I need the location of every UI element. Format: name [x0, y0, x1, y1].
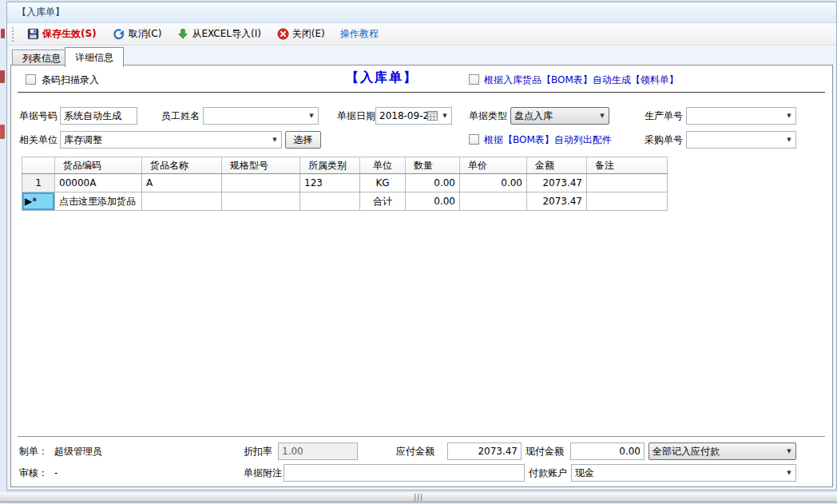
auditor-value: - — [54, 464, 58, 482]
chevron-down-icon: ▼ — [305, 113, 318, 119]
empty-cell — [460, 192, 527, 211]
doc-type-select[interactable]: 盘点入库 ▼ — [510, 107, 609, 125]
tab-detail-info-label: 详细信息 — [75, 51, 113, 65]
chevron-down-icon: ▼ — [268, 137, 281, 143]
save-button-label: 保存生效(S) — [42, 27, 97, 41]
floppy-disk-icon — [27, 28, 39, 40]
tutorial-link[interactable]: 操作教程 — [337, 26, 382, 42]
employee-select[interactable]: ▼ — [203, 107, 319, 125]
item-amount-cell[interactable]: 2073.47 — [527, 174, 587, 192]
select-unit-button-label: 选择 — [294, 134, 313, 145]
detail-panel: 条码扫描录入 【入库单】 根据入库货品【BOM表】自动生成【领料单】 单据号码 … — [10, 65, 833, 487]
item-qty-cell[interactable]: 0.00 — [406, 174, 460, 192]
empty-cell[interactable] — [300, 192, 360, 211]
pay-mode-select[interactable]: 全部记入应付款 ▼ — [649, 442, 796, 460]
pay-mode-value: 全部记入应付款 — [649, 445, 783, 458]
save-button[interactable]: 保存生效(S) — [23, 26, 101, 42]
toolbar: 保存生效(S) 取消(C) 从EXCEL导入(I) — [7, 23, 836, 46]
barcode-scan-label: 条码扫描录入 — [42, 74, 99, 85]
import-excel-label: 从EXCEL导入(I) — [192, 27, 260, 41]
col-header-name: 货品名称 — [142, 157, 222, 174]
item-price-cell[interactable]: 0.00 — [460, 174, 527, 192]
item-note-cell[interactable] — [587, 174, 668, 192]
payable-label: 应付金额 — [396, 442, 434, 460]
payment-account-select[interactable]: 现金 ▼ — [571, 464, 796, 482]
discount-input — [278, 442, 358, 460]
stock-in-window: 【入库单】 保存生效(S) 取消(C) — [6, 2, 837, 490]
window-title: 【入库单】 — [17, 6, 65, 19]
row-number-cell[interactable]: 1 — [22, 174, 55, 192]
payable-input[interactable] — [447, 442, 522, 460]
window-titlebar: 【入库单】 — [7, 2, 836, 23]
barcode-scan-checkbox[interactable] — [26, 74, 36, 85]
chevron-down-icon: ▼ — [596, 113, 609, 119]
payment-account-value: 现金 — [572, 466, 783, 480]
production-order-select[interactable]: ▼ — [686, 107, 796, 125]
col-header-unit: 单位 — [360, 157, 406, 174]
splitter-grip-icon: ||| — [414, 494, 423, 501]
doc-date-picker[interactable]: 2018-09-25 ▼ — [375, 107, 452, 125]
tab-detail-info[interactable]: 详细信息 — [65, 47, 124, 67]
total-amount-cell: 2073.47 — [527, 192, 587, 211]
item-code-cell[interactable]: 00000A — [55, 174, 142, 192]
chevron-down-icon: ▼ — [783, 113, 795, 119]
item-name-cell[interactable]: A — [142, 174, 222, 192]
header-separator — [18, 92, 825, 93]
cancel-button[interactable]: 取消(C) — [109, 26, 166, 42]
paid-now-input[interactable] — [570, 442, 645, 460]
production-order-label: 生产单号 — [645, 107, 683, 125]
purchase-order-select[interactable]: ▼ — [686, 131, 796, 149]
related-unit-label: 相关单位 — [19, 131, 58, 149]
total-label-cell: 合计 — [360, 192, 406, 211]
add-item-row: ▶* 点击这里添加货品 合计 0.00 2073.47 — [22, 192, 668, 211]
empty-cell — [587, 192, 668, 211]
item-category-cell[interactable]: 123 — [300, 174, 360, 192]
tab-list-info[interactable]: 列表信息 — [12, 50, 71, 66]
auditor-label: 审核： — [19, 464, 48, 482]
add-item-hint-cell[interactable]: 点击这里添加货品 — [55, 192, 142, 211]
close-button[interactable]: 关闭(E) — [273, 26, 329, 42]
tab-list-info-label: 列表信息 — [22, 52, 61, 65]
green-down-arrow-icon — [177, 28, 188, 40]
doc-note-input[interactable] — [284, 464, 525, 482]
employee-label: 员工姓名 — [161, 107, 200, 125]
doc-no-input[interactable] — [60, 107, 137, 125]
select-unit-button[interactable]: 选择 — [285, 131, 321, 149]
undo-icon — [113, 28, 125, 41]
bom-parts-checkbox[interactable] — [469, 134, 479, 145]
cancel-button-label: 取消(C) — [129, 27, 162, 41]
col-header-category: 所属类别 — [300, 157, 360, 174]
calendar-icon — [427, 111, 438, 121]
item-spec-cell[interactable] — [222, 174, 300, 192]
col-header-price: 单价 — [460, 157, 527, 174]
paid-now-label: 现付金额 — [526, 442, 564, 460]
related-unit-select[interactable]: 库存调整 ▼ — [60, 131, 282, 149]
doc-no-label: 单据号码 — [19, 107, 58, 125]
purchase-order-label: 采购单号 — [645, 131, 683, 149]
chevron-down-icon: ▼ — [783, 448, 795, 454]
background-fragment — [0, 70, 5, 83]
creator-value: 超级管理员 — [54, 442, 102, 460]
doc-note-label: 单据附注 — [244, 464, 282, 482]
background-fragment — [1, 29, 5, 38]
horizontal-splitter[interactable]: ||| — [0, 492, 837, 502]
items-table: 货品编码 货品名称 规格型号 所属类别 单位 数量 单价 金额 备注 1 000… — [22, 157, 668, 211]
empty-cell[interactable] — [142, 192, 222, 211]
doc-type-value: 盘点入库 — [511, 109, 596, 123]
close-button-label: 关闭(E) — [292, 27, 325, 41]
chevron-down-icon: ▼ — [783, 470, 795, 476]
row-selector-header — [22, 157, 55, 174]
col-header-note: 备注 — [587, 157, 668, 174]
creator-field: 制单： 超级管理员 — [19, 442, 102, 460]
active-row-marker[interactable]: ▶* — [22, 192, 55, 211]
toolbar-grip — [12, 27, 14, 42]
bom-generate-checkbox[interactable] — [469, 74, 479, 85]
item-unit-cell[interactable]: KG — [360, 174, 406, 192]
col-header-amount: 金额 — [527, 157, 587, 174]
chevron-down-icon: ▼ — [438, 113, 451, 119]
doc-type-label: 单据类型 — [469, 107, 507, 125]
chevron-down-icon: ▼ — [783, 137, 795, 143]
creator-label: 制单： — [19, 442, 48, 460]
empty-cell[interactable] — [222, 192, 300, 211]
import-excel-button[interactable]: 从EXCEL导入(I) — [173, 26, 264, 42]
